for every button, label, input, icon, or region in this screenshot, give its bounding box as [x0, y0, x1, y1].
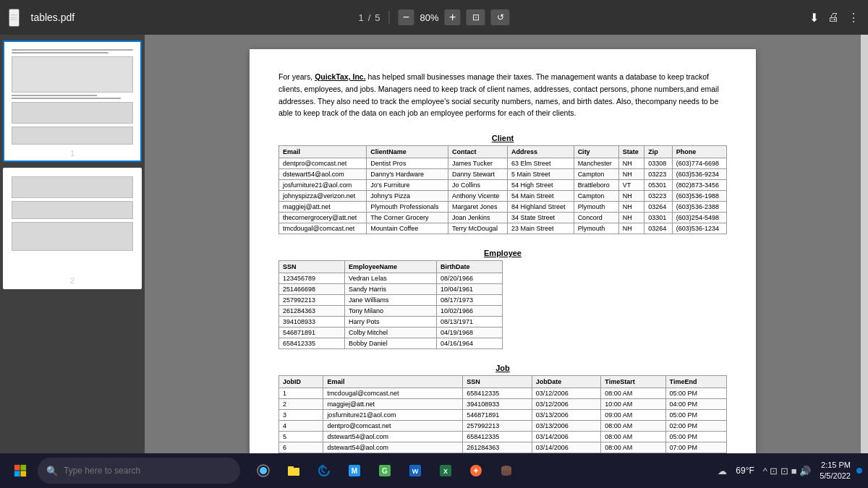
brand-name: QuickTax, Inc. [315, 72, 365, 81]
svg-text:W: W [412, 468, 419, 475]
right-scrollbar[interactable] [861, 35, 868, 453]
client-table-title: Client [278, 134, 727, 142]
download-button[interactable]: ⬇ [809, 11, 819, 25]
time-display: 2:15 PM [820, 460, 851, 471]
notification-badge[interactable]: 2 [856, 468, 862, 474]
client-table-section: Client Email ClientName Contact Address … [278, 134, 727, 234]
job-table-section: Job JobID Email SSN JobDate TimeStart Ti… [278, 364, 727, 453]
clock-display[interactable]: 2:15 PM 5/5/2022 [820, 460, 851, 482]
svg-rect-7 [288, 466, 294, 469]
thumbnail-2[interactable]: 2 [3, 168, 142, 289]
page-current: 1 [358, 12, 363, 23]
print-button[interactable]: 🖨 [827, 11, 839, 24]
table-row: 261284363Tony Milano10/02/1966 [279, 306, 503, 317]
taskbar-search-box[interactable]: 🔍 [38, 458, 240, 484]
taskbar-apps: M G W X [249, 456, 521, 485]
job-table: JobID Email SSN JobDate TimeStart TimeEn… [278, 375, 727, 453]
job-col-timeend: TimeEnd [665, 376, 726, 388]
cloud-button[interactable]: ☁ [715, 464, 730, 478]
page-nav: 1 / 5 [358, 12, 380, 23]
start-button[interactable] [6, 456, 35, 485]
client-table: Email ClientName Contact Address City St… [278, 145, 727, 234]
taskbar-app-explorer[interactable] [279, 456, 308, 485]
svg-rect-2 [14, 471, 20, 476]
job-col-jobdate: JobDate [532, 376, 601, 388]
taskbar-app-pinned2[interactable]: G [370, 456, 399, 485]
svg-text:X: X [443, 468, 448, 475]
pinned-app3-icon: W [407, 463, 423, 479]
table-row: 2maggiej@att.net39410893303/12/200610:00… [279, 399, 727, 410]
cortana-icon [256, 463, 271, 478]
client-col-address: Address [507, 146, 574, 158]
table-row: dentpro@comcast.netDentist ProsJames Tuc… [279, 158, 727, 169]
rotate-button[interactable]: ↺ [491, 9, 510, 25]
table-row: tmcdougal@comcast.netMountain CoffeeTerr… [279, 223, 727, 234]
taskbar-right: ☁ 69°F ^ ⊡ ⊡ ■ 🔊 2:15 PM 5/5/2022 2 [715, 460, 862, 482]
sidebar: 1 2 [0, 35, 145, 453]
job-col-timestart: TimeStart [601, 376, 665, 388]
notification-area[interactable]: ^ ⊡ ⊡ ■ 🔊 [760, 464, 814, 478]
client-col-city: City [574, 146, 618, 158]
table-row: 1tmcdougal@comcast.net65841233503/12/200… [279, 388, 727, 399]
search-icon: 🔍 [46, 466, 58, 476]
job-table-title: Job [278, 364, 727, 372]
client-col-phone: Phone [672, 146, 726, 158]
zoom-level: 80% [420, 12, 439, 23]
menu-button[interactable]: ≡ [9, 9, 20, 27]
taskbar-app-cortana[interactable] [249, 456, 278, 485]
employee-table-title: Employee [278, 249, 727, 257]
page-sep: / [368, 12, 371, 23]
table-row: 5dstewart54@aol.com65841233503/14/200608… [279, 432, 727, 442]
client-col-zip: Zip [644, 146, 673, 158]
table-row: 6dstewart54@aol.com26128436303/14/200608… [279, 442, 727, 453]
taskbar: 🔍 M [0, 453, 868, 488]
pinned-app1-icon: M [346, 463, 362, 479]
job-col-id: JobID [279, 376, 323, 388]
job-col-email: Email [323, 376, 463, 388]
search-input[interactable] [64, 466, 231, 476]
table-row: 251466698Sandy Harris10/04/1961 [279, 284, 503, 295]
toolbar-center: 1 / 5 − 80% + ⊡ ↺ [358, 9, 509, 25]
taskbar-app-pinned1[interactable]: M [340, 456, 369, 485]
zoom-plus-button[interactable]: + [445, 9, 461, 25]
page-total: 5 [375, 12, 380, 23]
taskbar-app-db[interactable] [492, 456, 521, 485]
database-icon [498, 463, 514, 479]
more-options-button[interactable]: ⋮ [848, 11, 859, 25]
emp-col-ssn: SSN [279, 261, 345, 273]
main-area: 1 2 For years, QuickTax, Inc. has helped… [0, 35, 868, 453]
pdf-page: For years, QuickTax, Inc. has helped sma… [250, 49, 756, 453]
taskbar-app-game[interactable] [461, 456, 490, 485]
table-row: dstewart54@aol.comDanny's HardwareDanny … [279, 169, 727, 180]
edge-icon [317, 463, 331, 478]
thumbnail-1[interactable]: 1 [3, 40, 142, 162]
table-row: 658412335Bobby Daniel04/16/1964 [279, 338, 503, 349]
windows-logo-icon [14, 464, 27, 477]
toolbar-icons: ⬇ 🖨 ⋮ [809, 11, 859, 25]
client-col-contact: Contact [448, 146, 507, 158]
table-row: thecornergrocery@att.netThe Corner Groce… [279, 213, 727, 223]
employee-table-section: Employee SSN EmployeeName BirthDate 1234… [278, 249, 727, 349]
zoom-minus-button[interactable]: − [399, 9, 414, 25]
date-display: 5/5/2022 [820, 471, 851, 481]
game-icon [468, 463, 484, 479]
pdf-intro-text: For years, QuickTax, Inc. has helped sma… [278, 71, 727, 119]
pdf-area[interactable]: For years, QuickTax, Inc. has helped sma… [145, 35, 861, 453]
table-row: josfurniture21@aol.comJo's FurnitureJo C… [279, 180, 727, 191]
excel-icon: X [438, 463, 454, 479]
taskbar-app-excel[interactable]: X [431, 456, 460, 485]
client-col-email: Email [279, 146, 367, 158]
svg-rect-3 [20, 471, 26, 476]
table-row: 4dentpro@comcast.net25799221303/13/20060… [279, 421, 727, 432]
taskbar-app-pinned3[interactable]: W [401, 456, 430, 485]
table-row: maggiej@att.netPlymouth ProfessionalsMar… [279, 202, 727, 213]
svg-rect-0 [14, 465, 20, 471]
thumb-number-2: 2 [7, 276, 137, 285]
table-row: 394108933Harry Pots08/13/1971 [279, 317, 503, 328]
client-col-state: State [618, 146, 644, 158]
table-row: 3josfurniture21@aol.com54687189103/13/20… [279, 410, 727, 421]
emp-col-birthdate: BirthDate [436, 261, 502, 273]
taskbar-app-edge[interactable] [310, 456, 339, 485]
fit-page-button[interactable]: ⊡ [467, 9, 485, 25]
pinned-app2-icon: G [377, 463, 393, 479]
